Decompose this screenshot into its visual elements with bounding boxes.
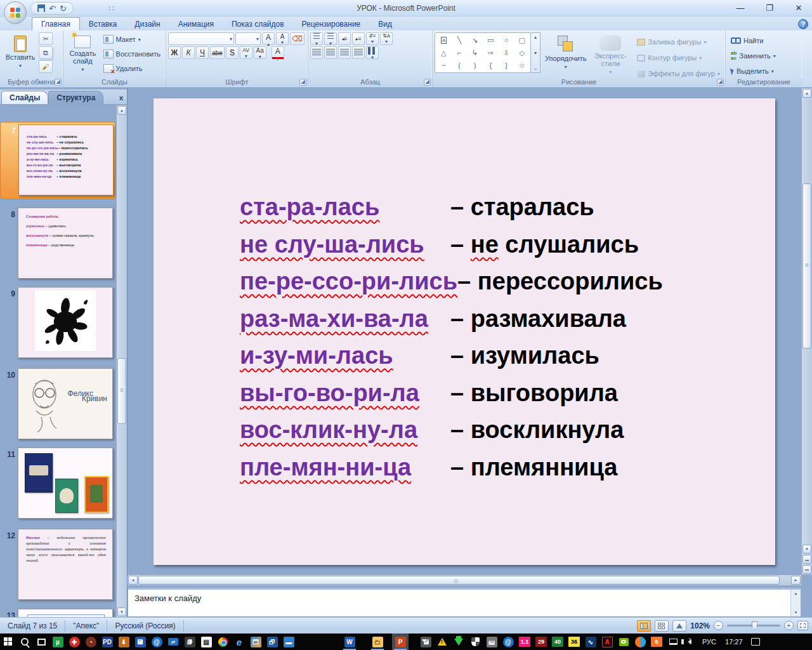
tray-warning-icon[interactable]	[434, 633, 450, 650]
panel-scrollbar[interactable]: ▴ ▾	[116, 105, 127, 617]
slideshow-button[interactable]	[672, 620, 686, 632]
underline-button[interactable]: Ч	[196, 46, 209, 59]
shape-textbox-icon[interactable]: A	[441, 37, 447, 44]
line-spacing-button[interactable]: ⇵≡▾	[366, 32, 379, 45]
shapes-scroll[interactable]: ▴▾⌄	[531, 32, 540, 73]
explorer-taskbar-icon[interactable]: 🗀︎	[369, 633, 386, 650]
red-cross-app-icon[interactable]: ✚	[66, 633, 82, 650]
previous-slide-button[interactable]: ▴▴	[802, 555, 811, 564]
zoom-out-button[interactable]: −	[714, 621, 723, 630]
tray-usb-icon[interactable]: 🖴︎	[483, 633, 500, 650]
shape-outline-button[interactable]: Контур фигуры▾	[634, 51, 723, 65]
tray-badge-1[interactable]: 1.1	[516, 633, 533, 650]
shape-callout-icon[interactable]: ◇	[519, 49, 524, 57]
zoom-slider[interactable]	[727, 625, 780, 627]
task-view-button[interactable]	[33, 633, 49, 650]
drawing-dialog-launcher[interactable]: ◢	[717, 79, 724, 86]
notes-scrollbar[interactable]: ▴ ▾	[790, 590, 801, 616]
powerdvd-icon[interactable]: PD	[99, 633, 115, 650]
tab-animation[interactable]: Анимация	[169, 18, 223, 30]
scroll-down-icon[interactable]: ▾	[802, 545, 811, 554]
tray-nvidia-icon[interactable]	[615, 633, 632, 650]
align-right-button[interactable]	[338, 46, 351, 59]
numbering-button[interactable]: ▾	[324, 32, 337, 45]
zoom-in-button[interactable]: +	[784, 621, 794, 630]
language-indicator[interactable]: Русский (Россия)	[107, 620, 183, 632]
panel-scroll-up-icon[interactable]: ▴	[117, 106, 126, 115]
panel-tab-outline[interactable]: Структура	[48, 91, 103, 104]
italic-button[interactable]: К	[182, 46, 195, 59]
new-slide-button[interactable]: Создать слайд▾	[65, 32, 100, 77]
slide-sorter-button[interactable]	[655, 620, 669, 632]
utorrent-icon[interactable]: µ	[49, 633, 66, 650]
align-center-button[interactable]	[324, 46, 337, 59]
decrease-indent-button[interactable]: ◂≡	[338, 32, 351, 45]
powerpoint-taskbar-icon[interactable]: P	[392, 633, 409, 650]
tray-badge-5[interactable]: 6	[648, 633, 665, 650]
font-color-button[interactable]: А▾	[272, 46, 284, 59]
format-painter-icon[interactable]: 🖌︎	[39, 60, 53, 73]
horizontal-scrollbar[interactable]: ◂ ▸	[128, 574, 801, 585]
grow-font-button[interactable]: А▴	[262, 32, 275, 45]
zoom-level[interactable]: 102%	[690, 621, 710, 630]
volume-icon[interactable]	[681, 633, 698, 650]
start-button[interactable]	[0, 633, 16, 650]
delete-button[interactable]: Удалить	[100, 62, 164, 76]
columns-button[interactable]: ▾	[366, 46, 379, 59]
thumbnail-slide-10[interactable]: 10	[1, 368, 114, 443]
normal-view-button[interactable]	[637, 620, 651, 632]
tab-insert[interactable]: Вставка	[80, 18, 126, 30]
layout-button[interactable]: Макет▾	[100, 32, 164, 46]
shape-rectangle-icon[interactable]: ▭	[487, 36, 494, 44]
briefcase-app-icon[interactable]: ⬇	[115, 633, 132, 650]
clipboard-dialog-launcher[interactable]: ◢	[55, 79, 62, 86]
clear-formatting-button[interactable]: ⌫	[290, 32, 304, 45]
remote-desktop-icon[interactable]: 🗗︎	[264, 633, 280, 650]
document-app-icon[interactable]: ▤	[198, 633, 214, 650]
text-direction-button[interactable]: ⇅А▾	[380, 32, 393, 45]
copy-icon[interactable]: ⧉	[39, 46, 53, 59]
h-scroll-thumb[interactable]	[138, 576, 780, 585]
arrange-button[interactable]: Упорядочить▾	[544, 32, 587, 77]
notes-scroll-up-icon[interactable]: ▴	[795, 591, 797, 596]
shape-arc-icon[interactable]: (	[458, 62, 461, 69]
vertical-scrollbar[interactable]: ▴ ▾ ▴▴ ▾▾	[801, 88, 812, 574]
zoom-slider-thumb[interactable]	[752, 621, 757, 630]
scroll-up-icon[interactable]: ▴	[802, 89, 811, 98]
shape-brace-right-icon[interactable]: }	[505, 62, 508, 69]
thumbnail-slide-11[interactable]: 11	[1, 448, 114, 522]
tray-adobe-icon[interactable]: A	[599, 633, 615, 650]
font-name-combo[interactable]: ▾	[168, 32, 234, 45]
shape-arrow-icon[interactable]: ↘	[472, 36, 478, 44]
shape-star-icon[interactable]: ☆	[519, 62, 525, 70]
shape-triangle-icon[interactable]: △	[441, 49, 446, 57]
thumbnail-slide-12[interactable]: 12 Рассказ – небольшое прозаическое прои…	[1, 529, 114, 604]
text-shadow-button[interactable]: S	[226, 46, 239, 59]
tab-slideshow[interactable]: Показ слайдов	[223, 18, 293, 30]
notes-scroll-down-icon[interactable]: ▾	[795, 610, 797, 615]
scroll-right-icon[interactable]: ▸	[791, 576, 801, 585]
change-case-button[interactable]: Aa▾	[254, 46, 266, 59]
tray-hdd-health-icon[interactable]	[632, 633, 648, 650]
shape-down-arrow-icon[interactable]: ⇩	[503, 49, 509, 57]
panel-close-icon[interactable]: x	[119, 94, 123, 102]
tray-badge-4[interactable]: 36	[566, 633, 582, 650]
tab-design[interactable]: Дизайн	[126, 18, 169, 30]
reset-button[interactable]: Восстановить	[100, 47, 164, 61]
office-button[interactable]	[4, 1, 27, 24]
restore-button[interactable]: ❐	[760, 2, 779, 13]
word-taskbar-icon[interactable]: W	[341, 633, 358, 650]
cut-icon[interactable]: ✂	[39, 32, 53, 45]
theme-name[interactable]: "Апекс"	[65, 620, 107, 632]
font-dialog-launcher[interactable]: ◢	[299, 79, 306, 86]
justify-button[interactable]	[352, 46, 365, 59]
increase-indent-button[interactable]: ▸≡	[352, 32, 365, 45]
clock[interactable]: 17:27	[721, 638, 747, 646]
tray-monitor-graph-icon[interactable]: ∿	[582, 633, 599, 650]
bold-button[interactable]: Ж	[168, 46, 181, 59]
shape-line-icon[interactable]: ╲	[457, 36, 462, 44]
keyboard-language[interactable]: РУС	[698, 638, 721, 646]
tab-view[interactable]: Вид	[369, 18, 401, 30]
align-left-button[interactable]	[310, 46, 323, 59]
bullets-button[interactable]: ▾	[310, 32, 323, 45]
